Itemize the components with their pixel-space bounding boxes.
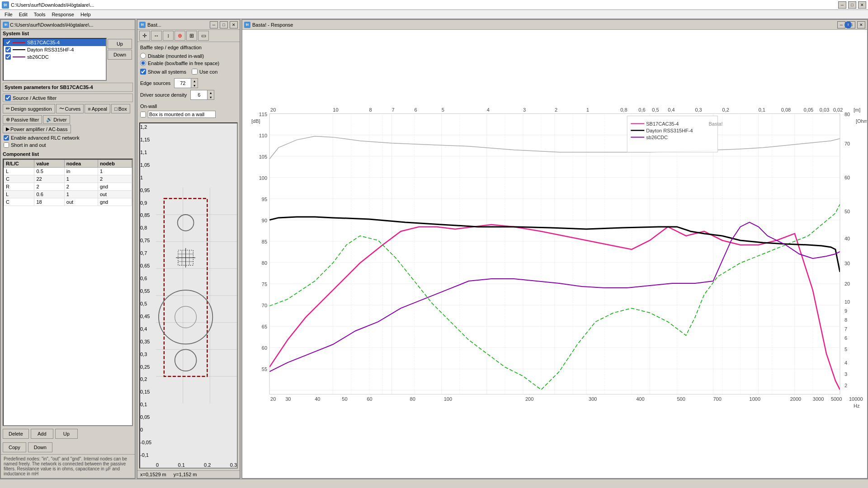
density-down-btn[interactable]: ▼ (208, 95, 214, 99)
coord-bar: x=0,1529 m y=1,152 m (137, 470, 240, 478)
grid-tool[interactable]: ⊞ (186, 31, 197, 41)
up-button[interactable]: Up (108, 39, 132, 49)
use-con-label: Use con (199, 69, 217, 75)
edge-sources-spinner[interactable]: ▲ ▼ (174, 78, 198, 88)
edge-up-btn[interactable]: ▲ (191, 79, 198, 83)
y-coord: y=1,152 m (174, 472, 197, 477)
system-item-0[interactable]: SB17CAC35-4 (4, 39, 106, 46)
driver-density-spinner[interactable]: ▲ ▼ (190, 90, 214, 100)
menu-response[interactable]: Response (49, 11, 77, 18)
edge-spinner-btns: ▲ ▼ (191, 79, 198, 88)
tab-driver[interactable]: 🔊 Driver (43, 115, 70, 124)
box-icon: □ (114, 106, 118, 112)
source-filter-check[interactable] (5, 95, 11, 101)
short-in-out-check[interactable] (4, 142, 9, 148)
menu-help[interactable]: Help (78, 11, 94, 18)
cell-nodeb-4: gnd (98, 198, 132, 206)
ohm-60: 60 (844, 175, 850, 180)
bottom-buttons-2: Copy Down (1, 441, 135, 454)
component-list-box[interactable]: R/L/C value nodea nodeb L 0.5 in 1 C (3, 159, 133, 426)
legend-text-sb26: sb26CDC (646, 135, 668, 140)
horizontal-tool[interactable]: ↔ (151, 31, 162, 41)
use-con-check[interactable] (192, 69, 198, 75)
copy-button[interactable]: Copy (3, 442, 26, 452)
down-button[interactable]: Down (108, 50, 132, 60)
top-0.02: 0,02 (833, 107, 843, 113)
disable-radio[interactable] (140, 53, 146, 59)
tab-label-power: Power amplifier / AC-bass (10, 127, 68, 132)
cell-nodeb-3: out (98, 191, 132, 198)
crosshair-tool[interactable]: ⊕ (175, 31, 185, 41)
diagram-y-0.5: 0,5 (140, 301, 156, 306)
menu-tools[interactable]: Tools (31, 11, 48, 18)
tab-design-suggestion[interactable]: ✏ Design suggestion (3, 104, 55, 113)
short-in-out-label: Short in and out (11, 142, 46, 148)
menu-edit[interactable]: Edit (16, 11, 30, 18)
basta-icon: 9! (139, 22, 146, 28)
delete-button[interactable]: Delete (3, 429, 29, 439)
tabs-row-2: ⊕ Passive filter 🔊 Driver ▶ Power amplif… (1, 114, 135, 134)
onwall-input[interactable] (148, 111, 216, 118)
density-up-btn[interactable]: ▲ (208, 90, 214, 95)
system-check-0[interactable] (5, 40, 11, 45)
driver-density-input[interactable] (191, 92, 207, 98)
col-header-type: R/L/C (4, 160, 34, 168)
system-check-2[interactable] (5, 54, 11, 60)
enable-radio[interactable] (140, 60, 146, 66)
show-systems-check[interactable] (140, 69, 146, 75)
onwall-section: On-wall (140, 103, 237, 118)
curves-icon: 〜 (59, 105, 64, 112)
system-list-box[interactable]: SB17CAC35-4 Dayton RSS315HF-4 sb26CDC (3, 38, 107, 81)
main-content: 9! C:\Users\surf\Downloads\Högtalare\...… (0, 19, 868, 479)
diagram-y-0.3: 0,3 (140, 352, 156, 357)
top-5: 5 (442, 107, 444, 113)
legend-text-basta: Basta! (708, 121, 722, 127)
top-0.5: 0,5 (652, 107, 659, 113)
edge-down-btn[interactable]: ▼ (191, 83, 198, 88)
cell-type-1: C (4, 175, 34, 183)
driver-icon: 🔊 (46, 117, 52, 122)
enable-advanced-check[interactable] (4, 135, 9, 141)
system-item-1[interactable]: Dayton RSS315HF-4 (4, 46, 106, 53)
vertical-tool[interactable]: ↕ (163, 31, 174, 41)
system-name-2: sb26CDC (27, 54, 49, 60)
menubar: File Edit Tools Response Help (0, 10, 868, 19)
tab-box[interactable]: □ Box (111, 104, 130, 113)
basta-titlebar: 9! Bast... ─ □ ✕ (137, 20, 240, 30)
move-tool[interactable]: ✛ (139, 31, 150, 41)
close-button[interactable]: ✕ (858, 1, 866, 9)
cell-nodea-4: out (64, 198, 98, 206)
col-header-value: value (34, 160, 64, 168)
add-button[interactable]: Add (31, 429, 53, 439)
minimize-button[interactable]: ─ (838, 1, 846, 9)
onwall-check[interactable] (140, 112, 146, 117)
x-30: 30 (285, 396, 291, 402)
basta-minimize[interactable]: ─ (210, 21, 218, 28)
cell-value-3: 0.6 (34, 191, 64, 198)
tab-appeal[interactable]: ≡ Appeal (85, 104, 110, 113)
rect-tool[interactable]: ▭ (198, 31, 209, 41)
diagram-x-labels: 0 0.1 0.2 0.3 (156, 462, 237, 468)
system-name-1: Dayton RSS315HF-4 (27, 47, 74, 52)
tab-curves[interactable]: 〜 Curves (56, 104, 84, 113)
basta-close[interactable]: ✕ (230, 21, 238, 28)
bottom-down-button[interactable]: Down (28, 442, 52, 452)
edge-sources-input[interactable] (175, 80, 191, 86)
cell-value-2: 2 (34, 183, 64, 191)
tab-passive-filter[interactable]: ⊕ Passive filter (3, 115, 42, 124)
top-10: 10 (333, 107, 338, 113)
cell-type-0: L (4, 168, 34, 175)
chart-close[interactable]: ✕ (857, 21, 865, 28)
bottom-buttons: Delete Add Up (1, 427, 135, 441)
system-check-1[interactable] (5, 47, 11, 52)
tab-power-amp[interactable]: ▶ Power amplifier / AC-bass (3, 125, 71, 133)
diagram-svg (156, 123, 237, 468)
basta-maximize[interactable]: □ (220, 21, 228, 28)
ohm-80: 80 (844, 112, 850, 117)
menu-file[interactable]: File (2, 11, 15, 18)
driver-density-row: Driver source density ▲ ▼ (140, 90, 237, 100)
maximize-button[interactable]: □ (848, 1, 856, 9)
ohm-2: 2 (844, 383, 847, 388)
system-item-2[interactable]: sb26CDC (4, 53, 106, 61)
bottom-up-button[interactable]: Up (55, 429, 78, 439)
